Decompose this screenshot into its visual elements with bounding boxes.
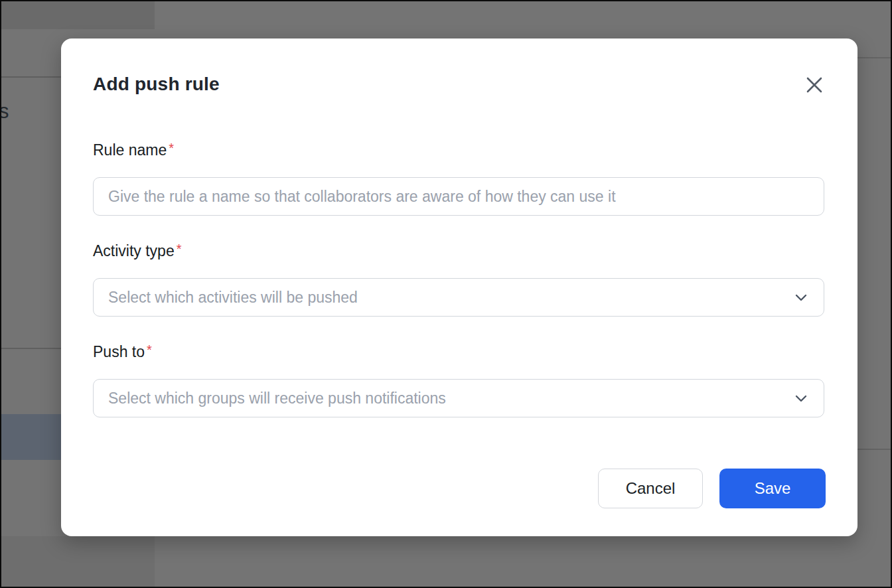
add-push-rule-dialog: Add push rule Rule name* Activity type* (61, 38, 857, 536)
background-heading-fragment: s (0, 100, 9, 123)
activity-type-placeholder: Select which activities will be pushed (108, 289, 358, 307)
background-divider (857, 57, 892, 58)
close-button[interactable] (803, 74, 826, 96)
chevron-down-icon (793, 390, 809, 406)
field-push-to: Push to* Select which groups will receiv… (93, 340, 826, 417)
push-to-placeholder: Select which groups will receive push no… (108, 390, 446, 407)
activity-type-select[interactable]: Select which activities will be pushed (93, 278, 824, 317)
save-button[interactable]: Save (719, 469, 826, 508)
background-divider (1, 348, 62, 349)
field-rule-name: Rule name* (93, 139, 826, 240)
rule-name-label-text: Rule name (93, 141, 167, 159)
close-icon (804, 75, 824, 95)
chevron-down-icon (793, 289, 809, 305)
activity-type-label: Activity type* (93, 240, 826, 260)
background-selected-row (1, 414, 62, 460)
dialog-title: Add push rule (93, 73, 220, 96)
background-divider (857, 449, 892, 450)
rule-name-label: Rule name* (93, 139, 826, 159)
required-asterisk: * (147, 342, 152, 357)
cancel-button[interactable]: Cancel (598, 469, 703, 508)
background-divider (1, 76, 62, 78)
background-header-block (1, 1, 155, 29)
required-asterisk: * (169, 141, 174, 155)
push-to-label-text: Push to (93, 343, 145, 360)
background-footer-block (1, 536, 155, 588)
push-to-select[interactable]: Select which groups will receive push no… (93, 379, 824, 417)
push-to-label: Push to* (93, 340, 826, 361)
rule-name-input[interactable] (93, 177, 824, 216)
field-activity-type: Activity type* Select which activities w… (93, 240, 826, 340)
dialog-footer: Cancel Save (93, 469, 826, 508)
dialog-header: Add push rule (93, 73, 826, 96)
screen: s Add push rule Rule name* Activi (0, 0, 892, 588)
activity-type-label-text: Activity type (93, 242, 175, 259)
required-asterisk: * (177, 242, 182, 256)
